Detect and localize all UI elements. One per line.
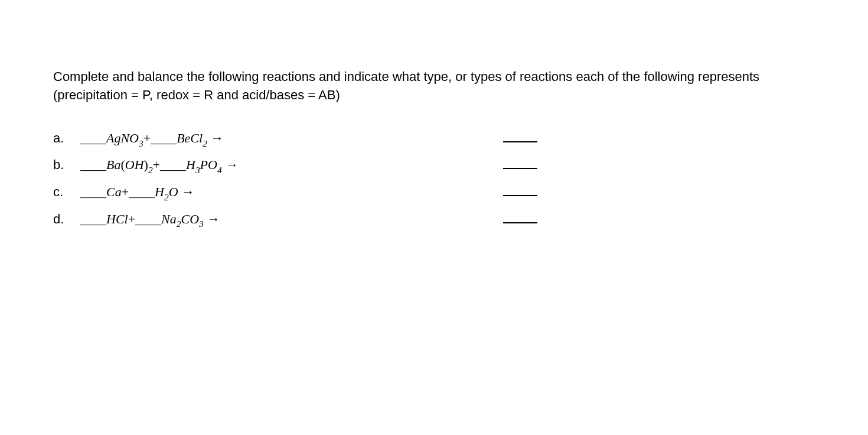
problem-a: a. ____AgNO3+____BeCl2→ [53, 128, 815, 148]
plus-sign: + [143, 131, 151, 145]
problem-b: b. ____Ba(OH)2+____H3PO4→ [53, 155, 815, 175]
problem-c-equation: ____Ca+____H2O→ [80, 184, 195, 202]
reactant-text: H [186, 157, 195, 172]
problem-d-label: d. [53, 212, 80, 227]
reactant-text: OH [125, 157, 144, 172]
reaction-type-blank[interactable] [503, 155, 537, 169]
coefficient-blank[interactable]: ____ [129, 184, 155, 200]
reaction-type-blank[interactable] [503, 128, 537, 142]
reactant-text: Na [161, 212, 177, 226]
reactant-text: PO [200, 157, 217, 172]
subscript: 4 [217, 165, 222, 175]
problem-c-label: c. [53, 184, 80, 200]
paren: ) [144, 157, 148, 172]
subscript: 3 [139, 138, 143, 148]
reactant-text: AgNO [106, 131, 139, 145]
problem-c: c. ____Ca+____H2O→ [53, 182, 815, 202]
reactant-text: Ba [106, 157, 120, 172]
coefficient-blank[interactable]: ____ [151, 131, 177, 146]
plus-sign: + [122, 184, 129, 199]
reactant-text: H [155, 184, 164, 199]
problem-b-equation: ____Ba(OH)2+____H3PO4→ [80, 157, 239, 174]
subscript: 2 [164, 192, 169, 202]
coefficient-blank[interactable]: ____ [80, 131, 106, 146]
subscript: 3 [199, 219, 204, 229]
paren: ( [120, 157, 125, 172]
reactant-text: HCl [106, 212, 128, 226]
reaction-arrow: → [207, 131, 224, 145]
problems-list: a. ____AgNO3+____BeCl2→ b. ____Ba(OH)2+_… [53, 128, 815, 229]
problem-a-label: a. [53, 131, 80, 146]
problem-d: d. ____HCl+____Na2CO3→ [53, 209, 815, 229]
plus-sign: + [153, 157, 160, 172]
subscript: 2 [148, 165, 153, 175]
coefficient-blank[interactable]: ____ [80, 184, 106, 200]
problem-b-label: b. [53, 157, 80, 173]
instructions-text: Complete and balance the following react… [53, 68, 815, 105]
reaction-type-blank[interactable] [503, 182, 537, 196]
plus-sign: + [128, 212, 135, 226]
subscript: 2 [177, 219, 181, 229]
coefficient-blank[interactable]: ____ [80, 212, 106, 227]
reaction-arrow: → [178, 184, 195, 199]
reaction-type-blank[interactable] [503, 209, 537, 223]
coefficient-blank[interactable]: ____ [135, 212, 161, 227]
coefficient-blank[interactable]: ____ [80, 157, 106, 173]
coefficient-blank[interactable]: ____ [160, 157, 186, 173]
problem-d-equation: ____HCl+____Na2CO3→ [80, 212, 220, 229]
reactant-text: Ca [106, 184, 122, 199]
subscript: 3 [195, 165, 200, 175]
reaction-arrow: → [222, 157, 239, 172]
subscript: 2 [203, 138, 207, 148]
problem-a-equation: ____AgNO3+____BeCl2→ [80, 131, 224, 148]
reactant-text: BeCl [177, 131, 203, 145]
reactant-text: CO [181, 212, 200, 226]
reaction-arrow: → [204, 212, 220, 226]
reactant-text: O [169, 184, 178, 199]
